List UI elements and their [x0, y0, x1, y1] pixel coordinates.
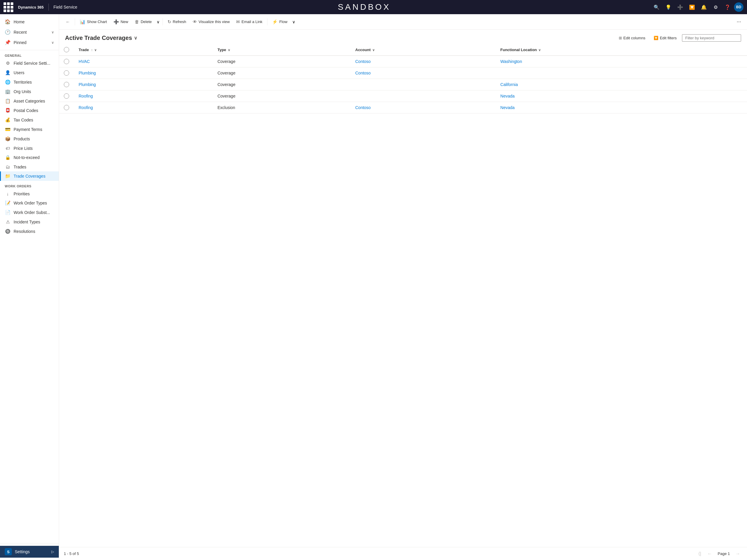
- flow-dropdown[interactable]: ∨: [291, 18, 297, 26]
- folder-icon: 🗂: [5, 164, 11, 169]
- territories-label: Territories: [14, 80, 32, 84]
- edit-columns-button[interactable]: ⊞ Edit columns: [616, 34, 648, 42]
- add-icon[interactable]: ➕: [675, 2, 686, 12]
- column-dropdown-icon[interactable]: ∨: [228, 48, 230, 52]
- trades-label: Trades: [14, 164, 26, 169]
- row-checkbox[interactable]: [64, 105, 69, 110]
- sidebar-item-postal-codes[interactable]: 📮 Postal Codes: [0, 106, 59, 115]
- filter-icon[interactable]: 🔽: [687, 2, 697, 12]
- money-icon: 💰: [5, 117, 11, 123]
- functional-location-cell[interactable]: Nevada: [495, 102, 747, 113]
- email-link-button[interactable]: ✉ Email a Link: [233, 18, 265, 26]
- chevron-down-icon: ∨: [292, 20, 295, 24]
- top-nav: Dynamics 365 Field Service SANDBOX 🔍 💡 ➕…: [0, 0, 747, 14]
- nav-icons: 🔍 💡 ➕ 🔽 🔔 ⚙ ❓ BD: [651, 2, 744, 12]
- sidebar-item-payment-terms[interactable]: 💳 Payment Terms: [0, 125, 59, 134]
- edit-filters-label: Edit filters: [660, 36, 677, 40]
- edit-filters-button[interactable]: 🔽 Edit filters: [651, 34, 679, 42]
- functional-location-cell[interactable]: Nevada: [495, 91, 747, 102]
- row-checkbox[interactable]: [64, 93, 69, 99]
- row-checkbox[interactable]: [64, 59, 69, 64]
- search-icon[interactable]: 🔍: [651, 2, 662, 12]
- type-cell: Exclusion: [213, 102, 351, 113]
- notification-icon[interactable]: 🔔: [698, 2, 709, 12]
- back-button[interactable]: ←: [63, 18, 73, 26]
- settings-icon[interactable]: ⚙: [711, 2, 721, 12]
- trade-cell[interactable]: Plumbing: [74, 79, 213, 91]
- sidebar-item-price-lists[interactable]: 🏷 Price Lists: [0, 144, 59, 153]
- first-page-button[interactable]: ⟨|: [695, 550, 704, 558]
- trade-cell[interactable]: Plumbing: [74, 67, 213, 79]
- row-checkbox[interactable]: [64, 70, 69, 76]
- account-column-header[interactable]: Account ∨: [351, 44, 495, 55]
- new-label: New: [121, 20, 128, 24]
- org-units-label: Org Units: [14, 89, 31, 94]
- sidebar-item-not-to-exceed[interactable]: 🔒 Not-to-exceed: [0, 153, 59, 162]
- sidebar-item-work-order-subst[interactable]: 📄 Work Order Subst...: [0, 208, 59, 217]
- filter-icon: 🔽: [654, 36, 659, 40]
- work-order-types-label: Work Order Types: [14, 201, 47, 205]
- trade-coverages-label: Trade Coverages: [14, 174, 46, 178]
- trade-cell[interactable]: Roofing: [74, 102, 213, 113]
- dynamics-logo[interactable]: Dynamics 365: [18, 5, 44, 9]
- prev-page-button[interactable]: ←: [705, 550, 714, 558]
- account-cell[interactable]: Contoso: [351, 67, 495, 79]
- trade-column-header[interactable]: Trade ↑ ∨: [74, 44, 213, 55]
- checkbox-header[interactable]: [59, 44, 74, 55]
- column-dropdown-icon[interactable]: ∨: [372, 48, 375, 52]
- sidebar-item-trades[interactable]: 🗂 Trades: [0, 162, 59, 171]
- functional-location-cell[interactable]: California: [495, 79, 747, 91]
- page-label: Page 1: [715, 552, 732, 556]
- functional-location-cell[interactable]: Washington: [495, 55, 747, 67]
- sidebar-item-users[interactable]: 👤 Users: [0, 68, 59, 77]
- filter-keyword-input[interactable]: [682, 34, 741, 42]
- column-dropdown-icon[interactable]: ∨: [538, 48, 541, 52]
- column-dropdown-icon[interactable]: ∨: [94, 48, 97, 52]
- trade-cell[interactable]: Roofing: [74, 91, 213, 102]
- row-checkbox[interactable]: [64, 82, 69, 87]
- help-icon[interactable]: ❓: [722, 2, 733, 12]
- sidebar-item-work-order-types[interactable]: 📝 Work Order Types: [0, 198, 59, 208]
- trade-cell[interactable]: HVAC: [74, 55, 213, 67]
- delete-button[interactable]: 🗑 Delete: [132, 18, 155, 26]
- sidebar-item-priorities[interactable]: ↓ Priorities: [0, 189, 59, 198]
- sidebar-item-resolutions[interactable]: 🔘 Resolutions: [0, 227, 59, 236]
- type-column-header[interactable]: Type ∨: [213, 44, 351, 55]
- sidebar-item-territories[interactable]: 🌐 Territories: [0, 77, 59, 87]
- products-label: Products: [14, 136, 30, 141]
- sidebar-item-asset-categories[interactable]: 📋 Asset Categories: [0, 96, 59, 106]
- sidebar-item-pinned[interactable]: 📌 Pinned ∨: [0, 37, 59, 48]
- show-chart-button[interactable]: 📊 Show Chart: [77, 18, 110, 26]
- sidebar-item-field-service-settings[interactable]: ⚙ Field Service Setti...: [0, 58, 59, 68]
- delete-dropdown[interactable]: ∨: [155, 18, 161, 26]
- sidebar-settings-item[interactable]: S Settings ▷: [0, 546, 59, 558]
- sidebar-item-tax-codes[interactable]: 💰 Tax Codes: [0, 115, 59, 125]
- next-page-button[interactable]: →: [733, 550, 742, 558]
- functional-location-column-header[interactable]: Functional Location ∨: [495, 44, 747, 55]
- visualize-button[interactable]: 👁 Visualize this view: [190, 18, 233, 26]
- home-icon: 🏠: [5, 19, 11, 25]
- refresh-button[interactable]: ↻ Refresh: [164, 18, 189, 26]
- file-icon: 📄: [5, 210, 11, 215]
- view-title-dropdown[interactable]: ∨: [134, 35, 137, 41]
- sidebar-item-trade-coverages[interactable]: 📁 Trade Coverages: [0, 171, 59, 181]
- sidebar-item-recent[interactable]: 🕐 Recent ∨: [0, 27, 59, 37]
- package-icon: 📦: [5, 136, 11, 142]
- account-cell[interactable]: Contoso: [351, 55, 495, 67]
- sidebar-item-home[interactable]: 🏠 Home: [0, 17, 59, 27]
- sidebar-recent-label: Recent: [14, 30, 27, 34]
- sidebar-item-products[interactable]: 📦 Products: [0, 134, 59, 144]
- app-menu-button[interactable]: [3, 2, 13, 12]
- select-all-checkbox[interactable]: [64, 47, 69, 52]
- more-options-button[interactable]: ···: [734, 17, 744, 27]
- recent-icon: 🕐: [5, 29, 11, 35]
- sidebar-item-incident-types[interactable]: ⚠ Incident Types: [0, 217, 59, 227]
- app-name[interactable]: Field Service: [53, 5, 77, 9]
- account-cell[interactable]: Contoso: [351, 102, 495, 113]
- flow-button[interactable]: ⚡ Flow: [269, 18, 290, 26]
- new-button[interactable]: ➕ New: [110, 18, 131, 26]
- lightbulb-icon[interactable]: 💡: [663, 2, 674, 12]
- avatar[interactable]: BD: [734, 2, 744, 12]
- delete-icon: 🗑: [135, 19, 139, 24]
- sidebar-item-org-units[interactable]: 🏢 Org Units: [0, 87, 59, 96]
